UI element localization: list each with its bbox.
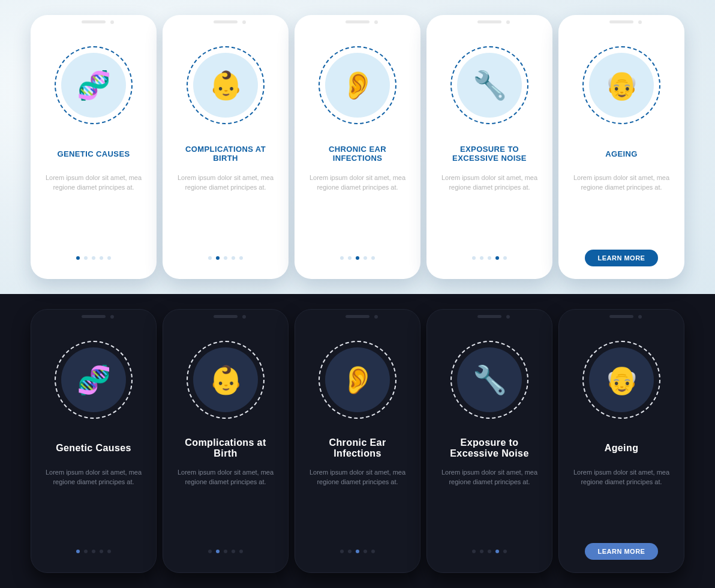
illustration-circle: 🔧 xyxy=(450,46,528,124)
page-dots[interactable] xyxy=(472,256,507,260)
phone-card: 🔧 Exposure to Excessive Noise Lorem ipsu… xyxy=(426,309,552,573)
card-footer xyxy=(436,249,543,267)
phone-card: 👂 CHRONIC EAR INFECTIONS Lorem ipsum dol… xyxy=(295,15,420,279)
ageing-icon: 👴 xyxy=(589,53,654,118)
card-body: Lorem ipsum dolor sit amet, mea regione … xyxy=(569,468,674,487)
illustration-circle: 🧬 xyxy=(55,341,133,419)
card-footer xyxy=(172,249,279,267)
illustration-circle: 🧬 xyxy=(55,46,133,124)
illustration-circle: 👂 xyxy=(319,341,396,419)
dna-icon: 🧬 xyxy=(61,53,126,118)
card-footer: LEARN MORE xyxy=(569,542,674,560)
illustration-circle: 👶 xyxy=(187,341,265,419)
phone-card: 👴 AGEING Lorem ipsum dolor sit amet, mea… xyxy=(558,15,684,279)
card-title: AGEING xyxy=(603,142,640,165)
baby-icon: 👶 xyxy=(193,53,258,118)
learn-more-button[interactable]: LEARN MORE xyxy=(585,250,659,266)
phone-card: 🔧 EXPOSURE TO EXCESSIVE NOISE Lorem ipsu… xyxy=(426,15,552,279)
page-dots[interactable] xyxy=(208,256,243,260)
page-dots[interactable] xyxy=(340,550,375,553)
baby-icon: 👶 xyxy=(193,347,258,412)
phone-card: 👴 Ageing Lorem ipsum dolor sit amet, mea… xyxy=(558,309,684,573)
page-dots[interactable] xyxy=(472,550,507,553)
card-footer: LEARN MORE xyxy=(568,249,675,267)
page-dots[interactable] xyxy=(76,256,111,260)
page-dots[interactable] xyxy=(340,256,375,260)
card-body: Lorem ipsum dolor sit amet, mea regione … xyxy=(568,173,675,193)
card-body: Lorem ipsum dolor sit amet, mea regione … xyxy=(305,468,410,487)
ear-icon: 👂 xyxy=(325,347,390,412)
card-title: COMPLICATIONS AT BIRTH xyxy=(172,142,279,165)
learn-more-button[interactable]: LEARN MORE xyxy=(585,543,659,560)
illustration-circle: 👴 xyxy=(582,46,660,124)
card-body: Lorem ipsum dolor sit amet, mea regione … xyxy=(173,468,278,487)
card-footer xyxy=(173,542,278,560)
illustration-circle: 🔧 xyxy=(450,341,528,419)
card-title: Chronic Ear Infections xyxy=(305,437,410,460)
card-body: Lorem ipsum dolor sit amet, mea regione … xyxy=(172,173,279,193)
card-body: Lorem ipsum dolor sit amet, mea regione … xyxy=(304,173,411,193)
illustration-circle: 👴 xyxy=(582,341,660,419)
card-body: Lorem ipsum dolor sit amet, mea regione … xyxy=(41,468,146,487)
card-title: Exposure to Excessive Noise xyxy=(437,437,542,460)
card-title: EXPOSURE TO EXCESSIVE NOISE xyxy=(436,142,543,165)
ageing-icon: 👴 xyxy=(589,347,654,412)
card-title: Complications at Birth xyxy=(173,437,278,460)
phone-card: 👶 Complications at Birth Lorem ipsum dol… xyxy=(163,309,289,573)
card-title: CHRONIC EAR INFECTIONS xyxy=(304,142,411,165)
card-footer xyxy=(41,542,146,560)
phone-card: 🧬 Genetic Causes Lorem ipsum dolor sit a… xyxy=(31,309,157,573)
card-footer xyxy=(40,249,147,267)
phone-card: 👂 Chronic Ear Infections Lorem ipsum dol… xyxy=(295,309,420,573)
phone-card: 👶 COMPLICATIONS AT BIRTH Lorem ipsum dol… xyxy=(163,15,289,279)
card-footer xyxy=(437,542,542,560)
phone-card: 🧬 GENETIC CAUSES Lorem ipsum dolor sit a… xyxy=(31,15,157,279)
light-section: 🧬 GENETIC CAUSES Lorem ipsum dolor sit a… xyxy=(0,0,715,294)
ear-icon: 👂 xyxy=(325,53,390,118)
card-body: Lorem ipsum dolor sit amet, mea regione … xyxy=(436,173,543,193)
illustration-circle: 👂 xyxy=(319,46,396,124)
card-body: Lorem ipsum dolor sit amet, mea regione … xyxy=(437,468,542,487)
card-footer xyxy=(305,542,410,560)
card-footer xyxy=(304,249,411,267)
dark-section: 🧬 Genetic Causes Lorem ipsum dolor sit a… xyxy=(0,294,715,588)
page-dots[interactable] xyxy=(208,550,243,553)
card-body: Lorem ipsum dolor sit amet, mea regione … xyxy=(40,173,147,193)
noise-icon: 🔧 xyxy=(457,347,522,412)
dna-icon: 🧬 xyxy=(61,347,126,412)
page-dots[interactable] xyxy=(76,550,111,553)
card-title: Ageing xyxy=(602,437,641,460)
card-title: Genetic Causes xyxy=(53,437,134,460)
noise-icon: 🔧 xyxy=(457,53,522,118)
card-title: GENETIC CAUSES xyxy=(55,142,132,165)
illustration-circle: 👶 xyxy=(187,46,265,124)
